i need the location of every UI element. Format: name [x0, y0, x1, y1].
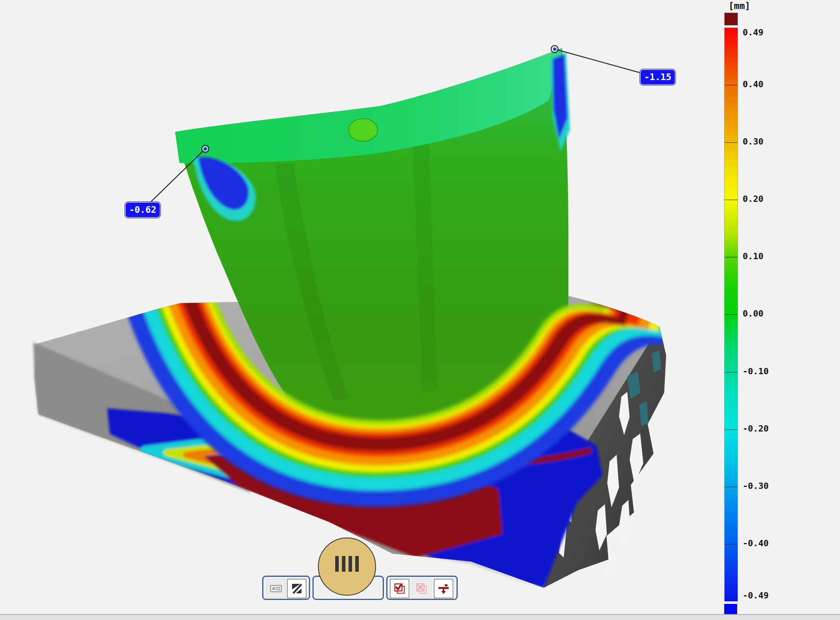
deviation-label-tip[interactable]: -1.15 [640, 69, 676, 85]
colorbar-overflow-block [724, 13, 738, 26]
colorbar-tick: 0.30 [743, 137, 763, 147]
colorbar-tick-labels: 0.49 0.40 0.30 0.20 0.10 0.00 -0.10 -0.2… [743, 27, 790, 601]
grip-bars-icon [342, 556, 345, 572]
deviation-label-edge[interactable]: -0.62 [125, 202, 161, 218]
toolbar-group-inspection-actions [386, 576, 458, 600]
colorbar-tick: -0.20 [743, 424, 769, 434]
align-down-icon [437, 582, 450, 595]
status-bar [0, 614, 840, 620]
colorbar-tick: 0.40 [743, 79, 763, 90]
surface-comparison-button[interactable] [287, 579, 307, 598]
viewport-3d[interactable] [0, 0, 840, 620]
colorbar-tick: -0.30 [743, 481, 769, 491]
colorbar-tick: 0.20 [743, 194, 763, 204]
colorbar-tickline [725, 429, 738, 430]
colorbar-tickline [725, 486, 738, 487]
colorbar-gradient[interactable] [724, 27, 738, 602]
colorbar-tickline [725, 544, 738, 545]
colorbar-tick: -0.40 [743, 538, 769, 549]
colorbar-unit-label: [mm] [729, 1, 750, 11]
reject-cross-icon [415, 582, 428, 595]
surface-comparison-icon [291, 583, 303, 594]
inspection-app-window: -1.15 -0.62 [mm] 0.49 0.40 0.30 0.20 0.1… [0, 0, 840, 620]
reject-button[interactable] [412, 579, 431, 598]
labels-display-icon [270, 584, 282, 593]
colorbar-tick: 0.49 [743, 27, 763, 38]
accept-button[interactable] [390, 579, 409, 598]
colorbar-tick: 0.00 [743, 309, 763, 319]
colorbar-tick: 0.10 [743, 251, 763, 262]
colorbar-tickline [725, 257, 738, 258]
colorbar-tickline [725, 142, 738, 143]
toolbar-group-display-options [262, 576, 310, 600]
colorbar-tickline [725, 85, 738, 86]
colorbar-tick: -0.10 [743, 366, 769, 377]
grip-bars-icon [349, 556, 352, 572]
grip-bars-icon [335, 556, 339, 572]
labels-display-button[interactable] [266, 579, 286, 598]
navigation-grip-button[interactable] [318, 538, 376, 596]
grip-bars-icon [355, 556, 359, 572]
colorbar-tick: -0.49 [743, 591, 769, 601]
blade-tip-dimple [349, 119, 378, 141]
colorbar-tickline [725, 199, 738, 200]
colorbar-tickline [725, 372, 738, 373]
accept-checkmark-icon [393, 582, 406, 595]
align-down-button[interactable] [434, 579, 453, 598]
colorbar-tickline [725, 314, 738, 315]
